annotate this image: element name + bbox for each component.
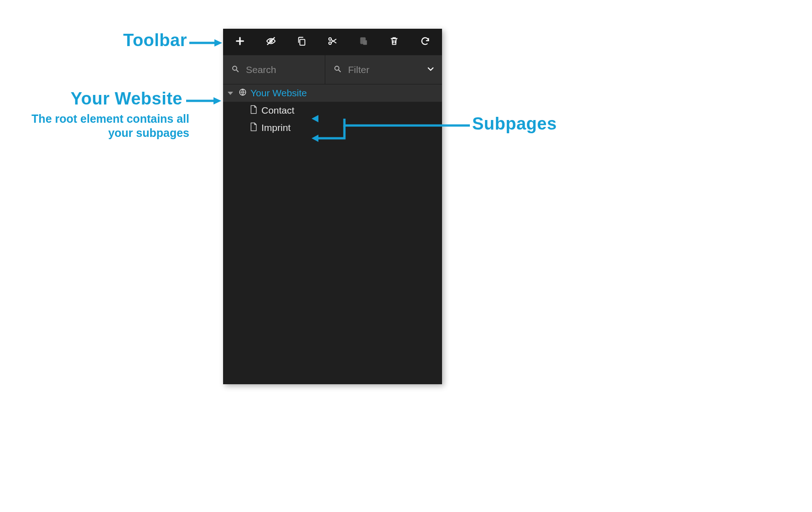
cut-button[interactable] (324, 33, 341, 51)
add-button[interactable] (231, 33, 249, 51)
svg-rect-2 (300, 39, 305, 45)
search-icon (333, 65, 342, 75)
svg-rect-8 (363, 40, 367, 45)
tree-item-label: Contact (261, 105, 294, 116)
svg-line-5 (331, 40, 336, 43)
arrow-icon (189, 38, 224, 47)
page-icon (250, 122, 258, 134)
annotation-text: Subpages (472, 114, 557, 133)
scissors-icon (328, 36, 338, 48)
svg-marker-19 (213, 97, 221, 104)
copy-icon (297, 36, 307, 48)
caret-down-icon[interactable] (228, 92, 233, 95)
svg-line-14 (338, 70, 341, 72)
search-icon (231, 65, 239, 75)
sidebar-panel: Your Website Contact Imprint (223, 29, 442, 384)
search-filter-bar (223, 55, 442, 84)
annotation-text: Your Website (71, 89, 182, 108)
svg-point-13 (335, 66, 339, 70)
delete-button[interactable] (385, 33, 403, 51)
eye-slash-icon (266, 36, 276, 48)
filter-input[interactable] (348, 64, 412, 75)
paste-button[interactable] (355, 33, 372, 51)
plus-icon (235, 36, 245, 48)
filterbox[interactable] (325, 55, 442, 84)
refresh-button[interactable] (416, 33, 434, 51)
search-input[interactable] (246, 64, 310, 75)
svg-marker-20 (312, 115, 318, 122)
toolbar (223, 29, 442, 55)
trash-icon (389, 36, 399, 48)
tree-root-label: Your Website (250, 88, 307, 99)
page-icon (250, 105, 258, 116)
svg-line-6 (331, 39, 336, 42)
refresh-icon (420, 36, 430, 48)
copy-button[interactable] (293, 33, 310, 51)
svg-marker-21 (312, 135, 318, 142)
arrow-icon (310, 116, 474, 148)
tree-item-label: Imprint (261, 122, 291, 133)
annotation-text: The root element contains all your subpa… (31, 112, 189, 139)
paste-icon (359, 36, 369, 48)
annotation-website: Your Website (27, 89, 182, 109)
hide-button[interactable] (262, 33, 280, 51)
arrow-icon (186, 96, 223, 105)
svg-marker-17 (214, 39, 222, 47)
tree-root[interactable]: Your Website (223, 84, 442, 102)
annotation-toolbar: Toolbar (80, 31, 187, 50)
svg-line-12 (236, 70, 239, 72)
chevron-down-icon[interactable] (427, 65, 435, 75)
annotation-website-sub: The root element contains all your subpa… (27, 112, 189, 141)
globe-icon (239, 88, 247, 99)
searchbox[interactable] (223, 55, 325, 84)
svg-point-11 (233, 66, 237, 70)
annotation-subpages: Subpages (472, 114, 557, 134)
annotation-text: Toolbar (123, 31, 187, 50)
